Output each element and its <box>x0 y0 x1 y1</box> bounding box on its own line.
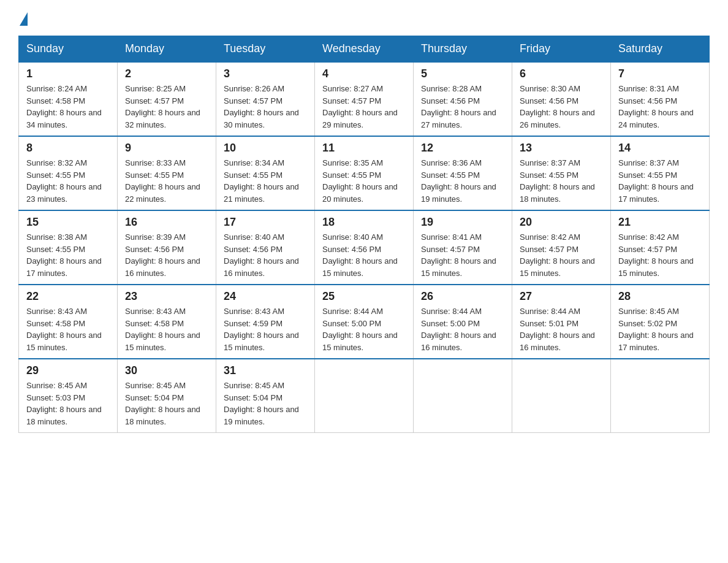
day-number: 30 <box>125 364 208 377</box>
day-number: 7 <box>618 67 702 80</box>
day-number: 5 <box>421 67 504 80</box>
calendar-cell: 9Sunrise: 8:33 AMSunset: 4:55 PMDaylight… <box>118 136 216 210</box>
day-number: 28 <box>618 290 702 303</box>
calendar-week-row: 22Sunrise: 8:43 AMSunset: 4:58 PMDayligh… <box>19 285 710 359</box>
day-number: 1 <box>26 67 110 80</box>
calendar-cell: 30Sunrise: 8:45 AMSunset: 5:04 PMDayligh… <box>118 359 216 433</box>
calendar-week-row: 29Sunrise: 8:45 AMSunset: 5:03 PMDayligh… <box>19 359 710 433</box>
calendar-cell: 13Sunrise: 8:37 AMSunset: 4:55 PMDayligh… <box>512 136 611 210</box>
day-info: Sunrise: 8:31 AMSunset: 4:56 PMDaylight:… <box>618 83 702 131</box>
day-number: 24 <box>224 290 307 303</box>
day-number: 27 <box>520 290 603 303</box>
calendar-cell: 25Sunrise: 8:44 AMSunset: 5:00 PMDayligh… <box>315 285 414 359</box>
day-info: Sunrise: 8:42 AMSunset: 4:57 PMDaylight:… <box>618 231 702 279</box>
calendar-cell: 6Sunrise: 8:30 AMSunset: 4:56 PMDaylight… <box>512 62 611 136</box>
day-info: Sunrise: 8:43 AMSunset: 4:59 PMDaylight:… <box>224 305 307 353</box>
calendar-cell <box>315 359 414 433</box>
day-info: Sunrise: 8:40 AMSunset: 4:56 PMDaylight:… <box>322 231 406 279</box>
calendar-cell: 18Sunrise: 8:40 AMSunset: 4:56 PMDayligh… <box>315 210 414 285</box>
calendar-cell: 24Sunrise: 8:43 AMSunset: 4:59 PMDayligh… <box>216 285 315 359</box>
day-info: Sunrise: 8:34 AMSunset: 4:55 PMDaylight:… <box>224 157 307 205</box>
day-info: Sunrise: 8:30 AMSunset: 4:56 PMDaylight:… <box>520 83 603 131</box>
day-info: Sunrise: 8:38 AMSunset: 4:55 PMDaylight:… <box>26 231 110 279</box>
logo <box>18 12 28 23</box>
day-number: 26 <box>421 290 504 303</box>
calendar-cell: 12Sunrise: 8:36 AMSunset: 4:55 PMDayligh… <box>414 136 512 210</box>
calendar-cell: 15Sunrise: 8:38 AMSunset: 4:55 PMDayligh… <box>19 210 118 285</box>
day-number: 4 <box>322 67 406 80</box>
day-info: Sunrise: 8:25 AMSunset: 4:57 PMDaylight:… <box>125 83 208 131</box>
day-info: Sunrise: 8:37 AMSunset: 4:55 PMDaylight:… <box>520 157 603 205</box>
day-number: 9 <box>125 142 208 155</box>
calendar-cell: 29Sunrise: 8:45 AMSunset: 5:03 PMDayligh… <box>19 359 118 433</box>
calendar-cell: 14Sunrise: 8:37 AMSunset: 4:55 PMDayligh… <box>611 136 710 210</box>
day-number: 25 <box>322 290 406 303</box>
day-number: 20 <box>520 216 603 229</box>
day-info: Sunrise: 8:45 AMSunset: 5:03 PMDaylight:… <box>26 380 110 427</box>
calendar-cell: 8Sunrise: 8:32 AMSunset: 4:55 PMDaylight… <box>19 136 118 210</box>
weekday-header-sunday: Sunday <box>19 36 118 63</box>
day-info: Sunrise: 8:28 AMSunset: 4:56 PMDaylight:… <box>421 83 504 131</box>
day-info: Sunrise: 8:43 AMSunset: 4:58 PMDaylight:… <box>26 305 110 353</box>
calendar-cell: 4Sunrise: 8:27 AMSunset: 4:57 PMDaylight… <box>315 62 414 136</box>
weekday-header-monday: Monday <box>118 36 216 63</box>
day-info: Sunrise: 8:35 AMSunset: 4:55 PMDaylight:… <box>322 157 406 205</box>
calendar-cell: 22Sunrise: 8:43 AMSunset: 4:58 PMDayligh… <box>19 285 118 359</box>
day-number: 18 <box>322 216 406 229</box>
day-number: 14 <box>618 142 702 155</box>
day-number: 19 <box>421 216 504 229</box>
day-info: Sunrise: 8:45 AMSunset: 5:02 PMDaylight:… <box>618 305 702 353</box>
weekday-header-tuesday: Tuesday <box>216 36 315 63</box>
calendar-cell: 7Sunrise: 8:31 AMSunset: 4:56 PMDaylight… <box>611 62 710 136</box>
day-number: 13 <box>520 142 603 155</box>
weekday-header-friday: Friday <box>512 36 611 63</box>
day-info: Sunrise: 8:36 AMSunset: 4:55 PMDaylight:… <box>421 157 504 205</box>
calendar-cell: 31Sunrise: 8:45 AMSunset: 5:04 PMDayligh… <box>216 359 315 433</box>
logo-triangle-icon <box>20 12 28 26</box>
calendar-table: SundayMondayTuesdayWednesdayThursdayFrid… <box>18 36 710 433</box>
day-info: Sunrise: 8:41 AMSunset: 4:57 PMDaylight:… <box>421 231 504 279</box>
weekday-header-wednesday: Wednesday <box>315 36 414 63</box>
calendar-cell: 27Sunrise: 8:44 AMSunset: 5:01 PMDayligh… <box>512 285 611 359</box>
day-info: Sunrise: 8:44 AMSunset: 5:01 PMDaylight:… <box>520 305 603 353</box>
day-info: Sunrise: 8:42 AMSunset: 4:57 PMDaylight:… <box>520 231 603 279</box>
day-number: 23 <box>125 290 208 303</box>
page-header <box>18 12 710 23</box>
weekday-header-saturday: Saturday <box>611 36 710 63</box>
calendar-cell: 23Sunrise: 8:43 AMSunset: 4:58 PMDayligh… <box>118 285 216 359</box>
day-info: Sunrise: 8:43 AMSunset: 4:58 PMDaylight:… <box>125 305 208 353</box>
day-info: Sunrise: 8:39 AMSunset: 4:56 PMDaylight:… <box>125 231 208 279</box>
calendar-cell <box>414 359 512 433</box>
day-info: Sunrise: 8:32 AMSunset: 4:55 PMDaylight:… <box>26 157 110 205</box>
day-number: 2 <box>125 67 208 80</box>
calendar-cell: 16Sunrise: 8:39 AMSunset: 4:56 PMDayligh… <box>118 210 216 285</box>
calendar-cell: 28Sunrise: 8:45 AMSunset: 5:02 PMDayligh… <box>611 285 710 359</box>
day-number: 16 <box>125 216 208 229</box>
day-info: Sunrise: 8:24 AMSunset: 4:58 PMDaylight:… <box>26 83 110 131</box>
calendar-week-row: 1Sunrise: 8:24 AMSunset: 4:58 PMDaylight… <box>19 62 710 136</box>
day-info: Sunrise: 8:26 AMSunset: 4:57 PMDaylight:… <box>224 83 307 131</box>
calendar-cell: 5Sunrise: 8:28 AMSunset: 4:56 PMDaylight… <box>414 62 512 136</box>
calendar-week-row: 8Sunrise: 8:32 AMSunset: 4:55 PMDaylight… <box>19 136 710 210</box>
calendar-cell: 3Sunrise: 8:26 AMSunset: 4:57 PMDaylight… <box>216 62 315 136</box>
calendar-cell: 20Sunrise: 8:42 AMSunset: 4:57 PMDayligh… <box>512 210 611 285</box>
calendar-cell <box>512 359 611 433</box>
day-number: 31 <box>224 364 307 377</box>
day-number: 15 <box>26 216 110 229</box>
day-number: 17 <box>224 216 307 229</box>
calendar-cell: 21Sunrise: 8:42 AMSunset: 4:57 PMDayligh… <box>611 210 710 285</box>
calendar-cell: 10Sunrise: 8:34 AMSunset: 4:55 PMDayligh… <box>216 136 315 210</box>
day-number: 11 <box>322 142 406 155</box>
day-info: Sunrise: 8:27 AMSunset: 4:57 PMDaylight:… <box>322 83 406 131</box>
calendar-week-row: 15Sunrise: 8:38 AMSunset: 4:55 PMDayligh… <box>19 210 710 285</box>
day-number: 3 <box>224 67 307 80</box>
day-info: Sunrise: 8:44 AMSunset: 5:00 PMDaylight:… <box>322 305 406 353</box>
weekday-header-thursday: Thursday <box>414 36 512 63</box>
calendar-cell: 11Sunrise: 8:35 AMSunset: 4:55 PMDayligh… <box>315 136 414 210</box>
calendar-cell <box>611 359 710 433</box>
calendar-header-row: SundayMondayTuesdayWednesdayThursdayFrid… <box>19 36 710 63</box>
calendar-cell: 19Sunrise: 8:41 AMSunset: 4:57 PMDayligh… <box>414 210 512 285</box>
calendar-cell: 26Sunrise: 8:44 AMSunset: 5:00 PMDayligh… <box>414 285 512 359</box>
day-info: Sunrise: 8:45 AMSunset: 5:04 PMDaylight:… <box>125 380 208 427</box>
calendar-cell: 2Sunrise: 8:25 AMSunset: 4:57 PMDaylight… <box>118 62 216 136</box>
